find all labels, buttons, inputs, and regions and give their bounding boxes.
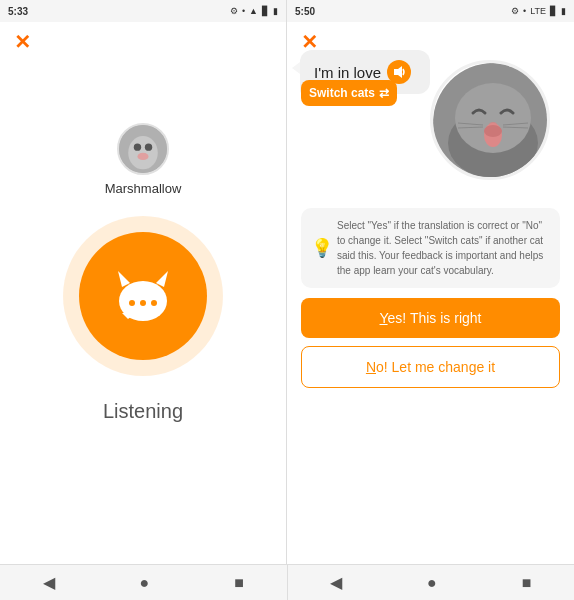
settings-icon-right: ⚙ — [511, 6, 519, 16]
right-screen-content: Switch cats ⇄ — [287, 22, 574, 564]
left-screen-content: Marshmallow — [0, 22, 286, 564]
no-highlight: N — [366, 359, 376, 375]
svg-point-9 — [140, 300, 146, 306]
switch-cats-label: Switch cats — [309, 86, 375, 100]
no-rest: o! Let me change it — [376, 359, 495, 375]
yes-button[interactable]: Yes! This is right — [301, 298, 560, 338]
switch-icon: ⇄ — [379, 86, 389, 100]
listening-label: Listening — [103, 400, 183, 423]
nav-bar: ◀ ● ■ ◀ ● ■ — [0, 564, 574, 600]
dot-icon-right: • — [523, 6, 526, 16]
info-box: 💡 Select "Yes" if the translation is cor… — [301, 208, 560, 288]
svg-point-2 — [134, 143, 141, 150]
svg-point-18 — [484, 125, 502, 137]
time-right: 5:50 — [295, 6, 315, 17]
dot-icon: • — [242, 6, 245, 16]
svg-marker-23 — [394, 66, 402, 78]
left-screen: 5:33 ⚙ • ▲ ▊ ▮ ✕ Marshmallow — [0, 0, 287, 564]
yes-button-label: Yes! This is right — [380, 310, 482, 326]
lte-icon: LTE — [530, 6, 546, 16]
home-button-left[interactable]: ● — [128, 570, 162, 596]
cat-name-label: Marshmallow — [105, 181, 182, 196]
recent-button-right[interactable]: ■ — [510, 570, 544, 596]
status-bar-right: 5:50 ⚙ • LTE ▊ ▮ — [287, 0, 574, 22]
back-button-right[interactable]: ◀ — [318, 569, 354, 596]
svg-point-3 — [145, 143, 152, 150]
svg-point-8 — [129, 300, 135, 306]
close-button-left[interactable]: ✕ — [14, 30, 31, 54]
listen-inner — [79, 232, 207, 360]
settings-icon: ⚙ — [230, 6, 238, 16]
status-icons-left: ⚙ • ▲ ▊ ▮ — [230, 6, 278, 16]
svg-marker-7 — [156, 271, 168, 287]
no-button[interactable]: No! Let me change it — [301, 346, 560, 388]
status-bar-left: 5:33 ⚙ • ▲ ▊ ▮ — [0, 0, 286, 22]
switch-cats-button[interactable]: Switch cats ⇄ — [301, 80, 397, 106]
bulb-icon: 💡 — [311, 237, 333, 259]
battery-icon: ▮ — [273, 6, 278, 16]
home-button-right[interactable]: ● — [415, 570, 449, 596]
svg-point-10 — [151, 300, 157, 306]
battery-icon-right: ▮ — [561, 6, 566, 16]
svg-point-4 — [137, 153, 148, 160]
cat-photo — [430, 60, 550, 180]
listen-ring — [63, 216, 223, 376]
signal-icon-right: ▊ — [550, 6, 557, 16]
info-text: Select "Yes" if the translation is corre… — [337, 218, 550, 278]
yes-rest: es! This is right — [388, 310, 482, 326]
no-button-label: No! Let me change it — [366, 359, 495, 375]
svg-marker-6 — [118, 271, 130, 287]
time-left: 5:33 — [8, 6, 28, 17]
right-screen: 5:50 ⚙ • LTE ▊ ▮ ✕ Switch cats ⇄ — [287, 0, 574, 564]
nav-section-right: ◀ ● ■ — [287, 564, 575, 600]
wifi-icon: ▲ — [249, 6, 258, 16]
top-area: Switch cats ⇄ — [301, 50, 560, 200]
nav-section-left: ◀ ● ■ — [0, 564, 287, 600]
signal-icon: ▊ — [262, 6, 269, 16]
yes-highlight: Y — [380, 310, 388, 326]
cat-avatar — [117, 123, 169, 175]
status-icons-right: ⚙ • LTE ▊ ▮ — [511, 6, 566, 16]
recent-button-left[interactable]: ■ — [222, 570, 256, 596]
svg-point-1 — [128, 136, 158, 169]
close-button-right[interactable]: ✕ — [301, 30, 318, 54]
back-button-left[interactable]: ◀ — [31, 569, 67, 596]
speech-text: I'm in love — [314, 64, 381, 81]
